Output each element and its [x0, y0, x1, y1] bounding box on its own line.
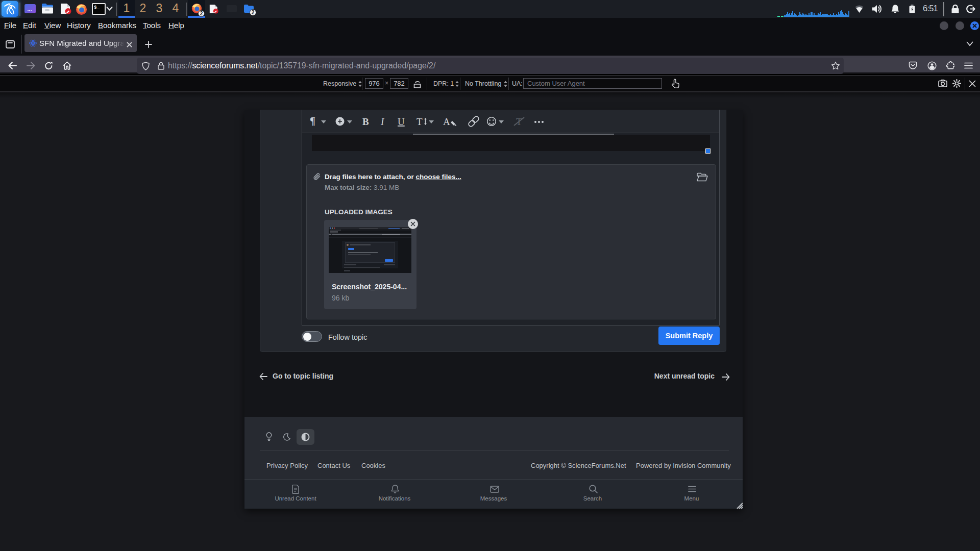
svg-text:B: B: [362, 116, 369, 127]
svg-text:A: A: [443, 116, 450, 127]
svg-text:¶: ¶: [310, 115, 315, 127]
svg-text:U: U: [398, 116, 405, 127]
svg-text:T: T: [416, 116, 423, 127]
svg-text:I: I: [380, 116, 385, 127]
